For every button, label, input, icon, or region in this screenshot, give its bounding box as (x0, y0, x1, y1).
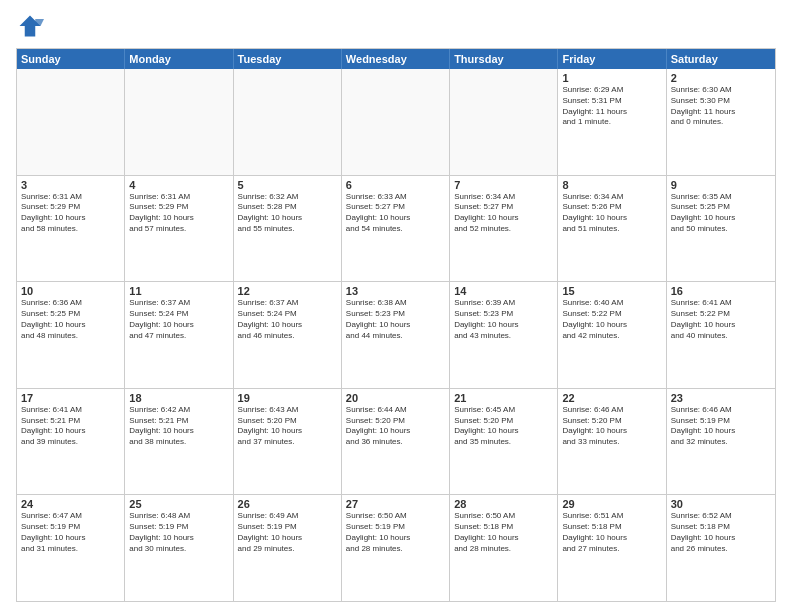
cal-cell-day-5: 5Sunrise: 6:32 AM Sunset: 5:28 PM Daylig… (234, 176, 342, 282)
day-number: 23 (671, 392, 771, 404)
day-number: 1 (562, 72, 661, 84)
cal-cell-day-14: 14Sunrise: 6:39 AM Sunset: 5:23 PM Dayli… (450, 282, 558, 388)
day-number: 11 (129, 285, 228, 297)
cal-cell-day-25: 25Sunrise: 6:48 AM Sunset: 5:19 PM Dayli… (125, 495, 233, 601)
cal-cell-day-27: 27Sunrise: 6:50 AM Sunset: 5:19 PM Dayli… (342, 495, 450, 601)
day-number: 15 (562, 285, 661, 297)
day-info: Sunrise: 6:31 AM Sunset: 5:29 PM Dayligh… (129, 192, 228, 235)
day-number: 12 (238, 285, 337, 297)
logo (16, 12, 48, 40)
day-info: Sunrise: 6:35 AM Sunset: 5:25 PM Dayligh… (671, 192, 771, 235)
svg-marker-1 (35, 19, 44, 26)
day-number: 30 (671, 498, 771, 510)
cal-cell-day-21: 21Sunrise: 6:45 AM Sunset: 5:20 PM Dayli… (450, 389, 558, 495)
day-info: Sunrise: 6:47 AM Sunset: 5:19 PM Dayligh… (21, 511, 120, 554)
logo-icon (16, 12, 44, 40)
day-number: 24 (21, 498, 120, 510)
day-info: Sunrise: 6:32 AM Sunset: 5:28 PM Dayligh… (238, 192, 337, 235)
cal-header-monday: Monday (125, 49, 233, 69)
cal-cell-day-16: 16Sunrise: 6:41 AM Sunset: 5:22 PM Dayli… (667, 282, 775, 388)
cal-cell-day-2: 2Sunrise: 6:30 AM Sunset: 5:30 PM Daylig… (667, 69, 775, 175)
page: SundayMondayTuesdayWednesdayThursdayFrid… (0, 0, 792, 612)
cal-week-1: 1Sunrise: 6:29 AM Sunset: 5:31 PM Daylig… (17, 69, 775, 175)
cal-cell-day-4: 4Sunrise: 6:31 AM Sunset: 5:29 PM Daylig… (125, 176, 233, 282)
cal-cell-empty (450, 69, 558, 175)
cal-cell-day-29: 29Sunrise: 6:51 AM Sunset: 5:18 PM Dayli… (558, 495, 666, 601)
cal-cell-day-30: 30Sunrise: 6:52 AM Sunset: 5:18 PM Dayli… (667, 495, 775, 601)
day-number: 25 (129, 498, 228, 510)
cal-cell-day-19: 19Sunrise: 6:43 AM Sunset: 5:20 PM Dayli… (234, 389, 342, 495)
day-number: 8 (562, 179, 661, 191)
day-info: Sunrise: 6:48 AM Sunset: 5:19 PM Dayligh… (129, 511, 228, 554)
cal-cell-day-15: 15Sunrise: 6:40 AM Sunset: 5:22 PM Dayli… (558, 282, 666, 388)
day-number: 16 (671, 285, 771, 297)
day-info: Sunrise: 6:43 AM Sunset: 5:20 PM Dayligh… (238, 405, 337, 448)
day-info: Sunrise: 6:46 AM Sunset: 5:20 PM Dayligh… (562, 405, 661, 448)
day-number: 20 (346, 392, 445, 404)
day-info: Sunrise: 6:46 AM Sunset: 5:19 PM Dayligh… (671, 405, 771, 448)
cal-cell-day-28: 28Sunrise: 6:50 AM Sunset: 5:18 PM Dayli… (450, 495, 558, 601)
cal-header-friday: Friday (558, 49, 666, 69)
day-number: 9 (671, 179, 771, 191)
day-info: Sunrise: 6:31 AM Sunset: 5:29 PM Dayligh… (21, 192, 120, 235)
day-info: Sunrise: 6:34 AM Sunset: 5:26 PM Dayligh… (562, 192, 661, 235)
day-info: Sunrise: 6:44 AM Sunset: 5:20 PM Dayligh… (346, 405, 445, 448)
cal-cell-day-24: 24Sunrise: 6:47 AM Sunset: 5:19 PM Dayli… (17, 495, 125, 601)
header (16, 12, 776, 40)
cal-cell-empty (17, 69, 125, 175)
cal-header-thursday: Thursday (450, 49, 558, 69)
cal-header-sunday: Sunday (17, 49, 125, 69)
day-info: Sunrise: 6:36 AM Sunset: 5:25 PM Dayligh… (21, 298, 120, 341)
day-info: Sunrise: 6:34 AM Sunset: 5:27 PM Dayligh… (454, 192, 553, 235)
day-number: 2 (671, 72, 771, 84)
cal-header-wednesday: Wednesday (342, 49, 450, 69)
cal-header-saturday: Saturday (667, 49, 775, 69)
cal-cell-day-18: 18Sunrise: 6:42 AM Sunset: 5:21 PM Dayli… (125, 389, 233, 495)
day-info: Sunrise: 6:39 AM Sunset: 5:23 PM Dayligh… (454, 298, 553, 341)
cal-cell-empty (234, 69, 342, 175)
day-info: Sunrise: 6:37 AM Sunset: 5:24 PM Dayligh… (238, 298, 337, 341)
cal-cell-day-6: 6Sunrise: 6:33 AM Sunset: 5:27 PM Daylig… (342, 176, 450, 282)
day-info: Sunrise: 6:50 AM Sunset: 5:19 PM Dayligh… (346, 511, 445, 554)
day-info: Sunrise: 6:49 AM Sunset: 5:19 PM Dayligh… (238, 511, 337, 554)
calendar-body: 1Sunrise: 6:29 AM Sunset: 5:31 PM Daylig… (17, 69, 775, 601)
cal-cell-day-10: 10Sunrise: 6:36 AM Sunset: 5:25 PM Dayli… (17, 282, 125, 388)
day-number: 17 (21, 392, 120, 404)
cal-cell-day-7: 7Sunrise: 6:34 AM Sunset: 5:27 PM Daylig… (450, 176, 558, 282)
day-info: Sunrise: 6:30 AM Sunset: 5:30 PM Dayligh… (671, 85, 771, 128)
cal-cell-day-8: 8Sunrise: 6:34 AM Sunset: 5:26 PM Daylig… (558, 176, 666, 282)
cal-cell-day-22: 22Sunrise: 6:46 AM Sunset: 5:20 PM Dayli… (558, 389, 666, 495)
day-info: Sunrise: 6:40 AM Sunset: 5:22 PM Dayligh… (562, 298, 661, 341)
day-number: 6 (346, 179, 445, 191)
cal-header-tuesday: Tuesday (234, 49, 342, 69)
day-info: Sunrise: 6:38 AM Sunset: 5:23 PM Dayligh… (346, 298, 445, 341)
cal-cell-day-11: 11Sunrise: 6:37 AM Sunset: 5:24 PM Dayli… (125, 282, 233, 388)
day-info: Sunrise: 6:51 AM Sunset: 5:18 PM Dayligh… (562, 511, 661, 554)
cal-cell-day-23: 23Sunrise: 6:46 AM Sunset: 5:19 PM Dayli… (667, 389, 775, 495)
cal-week-5: 24Sunrise: 6:47 AM Sunset: 5:19 PM Dayli… (17, 494, 775, 601)
day-number: 5 (238, 179, 337, 191)
day-number: 10 (21, 285, 120, 297)
day-number: 19 (238, 392, 337, 404)
day-number: 18 (129, 392, 228, 404)
day-number: 14 (454, 285, 553, 297)
cal-cell-day-17: 17Sunrise: 6:41 AM Sunset: 5:21 PM Dayli… (17, 389, 125, 495)
cal-cell-day-9: 9Sunrise: 6:35 AM Sunset: 5:25 PM Daylig… (667, 176, 775, 282)
day-info: Sunrise: 6:50 AM Sunset: 5:18 PM Dayligh… (454, 511, 553, 554)
day-info: Sunrise: 6:45 AM Sunset: 5:20 PM Dayligh… (454, 405, 553, 448)
day-info: Sunrise: 6:33 AM Sunset: 5:27 PM Dayligh… (346, 192, 445, 235)
cal-week-4: 17Sunrise: 6:41 AM Sunset: 5:21 PM Dayli… (17, 388, 775, 495)
cal-cell-day-12: 12Sunrise: 6:37 AM Sunset: 5:24 PM Dayli… (234, 282, 342, 388)
day-number: 28 (454, 498, 553, 510)
day-number: 7 (454, 179, 553, 191)
day-info: Sunrise: 6:37 AM Sunset: 5:24 PM Dayligh… (129, 298, 228, 341)
day-info: Sunrise: 6:41 AM Sunset: 5:22 PM Dayligh… (671, 298, 771, 341)
day-info: Sunrise: 6:29 AM Sunset: 5:31 PM Dayligh… (562, 85, 661, 128)
cal-cell-empty (125, 69, 233, 175)
day-number: 4 (129, 179, 228, 191)
day-info: Sunrise: 6:42 AM Sunset: 5:21 PM Dayligh… (129, 405, 228, 448)
cal-cell-day-3: 3Sunrise: 6:31 AM Sunset: 5:29 PM Daylig… (17, 176, 125, 282)
day-number: 13 (346, 285, 445, 297)
cal-cell-empty (342, 69, 450, 175)
cal-cell-day-26: 26Sunrise: 6:49 AM Sunset: 5:19 PM Dayli… (234, 495, 342, 601)
